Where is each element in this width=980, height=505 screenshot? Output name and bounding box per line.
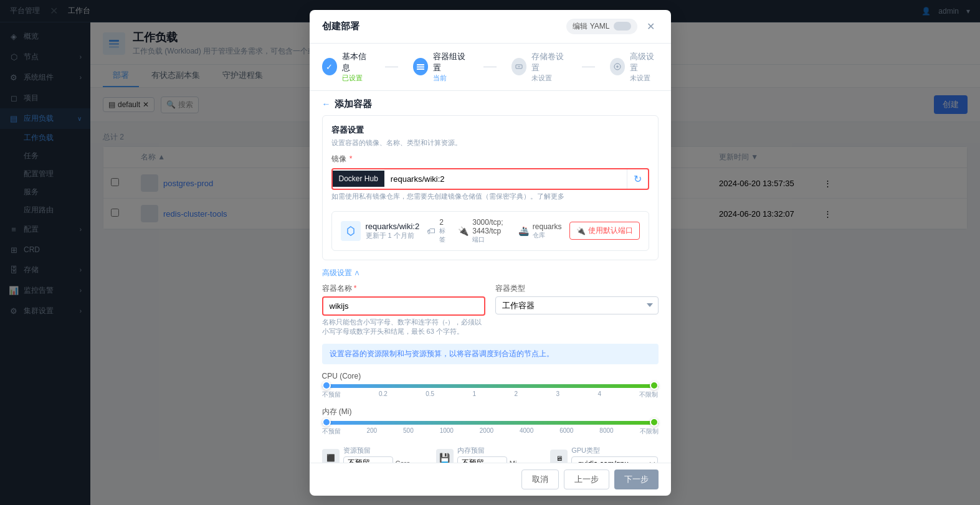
memory-icon: 💾 [436, 449, 454, 463]
cpu-icon: ⬛ [322, 449, 340, 463]
modal-close-button[interactable]: ✕ [644, 19, 659, 34]
memory-slider-left-thumb[interactable] [322, 418, 331, 427]
step-status-basic: 已设置 [342, 73, 370, 83]
cpu-section: CPU (Core) 不预留 0.2 0.5 1 2 3 4 不 [310, 372, 671, 407]
container-settings-desc: 设置容器的镜像、名称、类型和计算资源。 [331, 138, 649, 148]
cancel-button[interactable]: 取消 [521, 470, 559, 489]
port-icon: 🔌 [458, 226, 469, 236]
step-label-storage: 存储卷设置 [531, 51, 567, 73]
advanced-toggle[interactable]: 高级设置 ∧ [310, 268, 671, 283]
cpu-slider-left-thumb[interactable] [322, 381, 331, 390]
image-input-group: Docker Hub ↻ [331, 168, 649, 190]
image-field-label: 镜像 * [331, 154, 649, 164]
step-icon-container [413, 58, 428, 75]
image-card: requarks/wiki:2 更新于 1 个月前 🏷 2 标签 [331, 211, 649, 251]
container-type-select[interactable]: 工作容器 [495, 296, 659, 314]
image-field-section: 镜像 * Docker Hub ↻ 如需使用私有镜像仓库，您需要先创建镜像仓储值… [331, 154, 649, 201]
image-hint: 如需使用私有镜像仓库，您需要先创建镜像仓储值（需保密字典）。了解更多 [331, 192, 649, 201]
next-button[interactable]: 下一步 [614, 470, 659, 489]
image-repo: requarks [533, 222, 562, 231]
step-icon-advanced [610, 58, 625, 75]
cpu-label: CPU (Core) [322, 372, 659, 380]
yaml-toggle[interactable]: 编辑 YAML [566, 19, 637, 34]
image-tags-label: 标签 [439, 227, 445, 244]
step-icon-basic: ✓ [322, 58, 337, 75]
step-status-advanced: 未设置 [630, 73, 658, 83]
gpu-resource-group: 🖥 GPU类型 nvidia.com/gpu GPU限制 [550, 446, 658, 463]
svg-rect-4 [417, 67, 424, 68]
step-label-basic: 基本信息 [342, 51, 370, 73]
step-storage[interactable]: 存储卷设置 未设置 [511, 51, 567, 83]
gpu-icon: 🖥 [550, 450, 568, 463]
step-icon-storage [511, 58, 526, 75]
image-input[interactable] [384, 171, 627, 187]
section-header: ← 添加容器 [310, 91, 671, 115]
step-advanced[interactable]: 高级设置 未设置 [610, 51, 658, 83]
cpu-slider-marks: 不预留 0.2 0.5 1 2 3 4 不限制 [322, 390, 659, 399]
refresh-icon[interactable]: ↻ [627, 169, 648, 189]
modal-header: 创建部署 编辑 YAML ✕ [310, 10, 671, 44]
step-basic[interactable]: ✓ 基本信息 已设置 [322, 51, 370, 83]
image-meta: 🏷 2 标签 🔌 3000/tcp; 3443/tcp 端口 [427, 218, 561, 244]
svg-rect-3 [417, 64, 424, 65]
port-use-icon: 🔌 [576, 227, 586, 235]
image-repo-label: 仓库 [533, 231, 562, 240]
image-port: 3000/tcp; 3443/tcp [472, 218, 506, 235]
cpu-resource-group: ⬛ 资源预留 Core 资源限制 [322, 446, 430, 463]
memory-resource-group: 💾 内存预留 Mi 内存限制 [436, 446, 544, 463]
container-settings-label: 容器设置 [331, 125, 649, 136]
memory-label: 内存 (Mi) [322, 407, 659, 417]
section-title: 添加容器 [335, 98, 372, 110]
gpu-type-select[interactable]: nvidia.com/gpu [571, 456, 658, 463]
image-source-tag[interactable]: Docker Hub [333, 171, 384, 187]
modal-header-actions: 编辑 YAML ✕ [566, 19, 658, 34]
svg-rect-5 [417, 68, 424, 70]
tag-icon: 🏷 [427, 226, 435, 236]
memory-slider-marks: 不预留 200 500 1000 2000 4000 6000 8000 不限制 [322, 427, 659, 436]
memory-slider-right-thumb[interactable] [650, 418, 659, 427]
modal-title: 创建部署 [322, 21, 359, 32]
image-card-time: 更新于 1 个月前 [366, 231, 420, 240]
memory-reserve-input[interactable] [457, 456, 507, 463]
toggle-switch[interactable] [614, 22, 631, 31]
modal-overlay: 创建部署 编辑 YAML ✕ ✓ 基本信息 已设置 [0, 0, 980, 505]
step-label-container: 容器组设置 [433, 51, 469, 73]
image-tags: 2 [439, 218, 445, 227]
step-label-advanced: 高级设置 [630, 51, 658, 73]
memory-reserve-label: 内存预留 [457, 446, 544, 455]
container-name-label: 容器名称 * [322, 283, 485, 294]
image-port-label: 端口 [472, 235, 506, 244]
reserve-label: 资源预留 [343, 446, 430, 455]
gpu-type-label: GPU类型 [571, 446, 658, 455]
modal: 创建部署 编辑 YAML ✕ ✓ 基本信息 已设置 [310, 10, 671, 496]
container-type-label: 容器类型 [495, 283, 659, 294]
yaml-toggle-label: 编辑 YAML [573, 21, 609, 32]
cpu-slider[interactable] [322, 384, 659, 388]
resource-inputs: ⬛ 资源预留 Core 资源限制 [310, 443, 671, 463]
step-container[interactable]: 容器组设置 当前 [413, 51, 469, 83]
cpu-reserve-input[interactable] [343, 456, 393, 463]
step-status-container: 当前 [433, 73, 469, 83]
back-icon[interactable]: ← [322, 99, 331, 109]
modal-footer: 取消 上一步 下一步 [310, 463, 671, 496]
step-status-storage: 未设置 [531, 73, 567, 83]
repo-icon: 🚢 [518, 226, 529, 236]
image-card-name: requarks/wiki:2 [366, 222, 420, 231]
image-avatar [341, 221, 361, 241]
container-name-hint: 名称只能包含小写字母、数字和连字符（-），必须以小写字母或数字开头和结尾，最长 … [322, 318, 485, 336]
info-banner: 设置容器的资源限制和与资源预算，以将容器调度到合适的节点上。 [322, 344, 659, 364]
container-name-input[interactable] [322, 296, 485, 316]
modal-steps: ✓ 基本信息 已设置 容器组设置 当前 [310, 44, 671, 91]
prev-button[interactable]: 上一步 [564, 470, 609, 489]
container-type-group: 容器类型 工作容器 [495, 283, 659, 336]
modal-body: ← 添加容器 容器设置 设置容器的镜像、名称、类型和计算资源。 镜像 * Doc… [310, 91, 671, 463]
memory-slider[interactable] [322, 421, 659, 425]
use-default-port-button[interactable]: 🔌 使用默认端口 [569, 222, 640, 240]
memory-section: 内存 (Mi) 不预留 200 500 1000 2000 4000 6000 [310, 407, 671, 443]
cpu-slider-right-thumb[interactable] [650, 381, 659, 390]
container-name-group: 容器名称 * 名称只能包含小写字母、数字和连字符（-），必须以小写字母或数字开头… [322, 283, 485, 336]
container-name-row: 容器名称 * 名称只能包含小写字母、数字和连字符（-），必须以小写字母或数字开头… [310, 283, 671, 336]
